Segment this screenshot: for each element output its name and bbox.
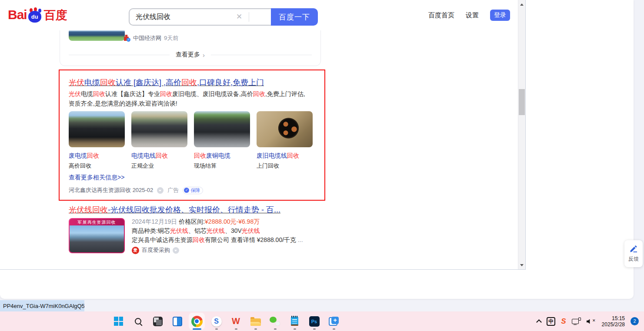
- clock-time: 15:15: [602, 315, 625, 321]
- clear-search-icon[interactable]: ✕: [235, 13, 244, 21]
- tray-notifications[interactable]: 2: [631, 317, 639, 325]
- wechat-icon: [270, 317, 280, 326]
- taskbar-photoshop[interactable]: Ps: [304, 311, 324, 331]
- running-indicator: [274, 328, 277, 330]
- taskbar-notepad[interactable]: [285, 311, 304, 331]
- running-indicator: [235, 328, 237, 330]
- guarantee-badge: ✓ 保障: [183, 187, 203, 194]
- result2-company-line: 定兴县中诚达再生资源回收有限公司 查看详情 ¥2888.00/千克 ...: [132, 236, 303, 244]
- baidu-aicaigou-icon: 爱: [132, 247, 139, 254]
- ad-thumbnail[interactable]: [257, 111, 313, 147]
- tray-show-hidden-icons[interactable]: [537, 318, 541, 324]
- sogou-icon: S: [211, 316, 222, 327]
- ad-thumbnail[interactable]: [194, 111, 250, 147]
- ad-label: 广告: [167, 186, 179, 194]
- result2-category-line: 商品种类:铜芯光伏线、铝芯光伏线、30V光伏线: [132, 227, 260, 235]
- taskbar-file-explorer[interactable]: [246, 311, 265, 331]
- taskbar: S W Ps + 中 S: [0, 311, 644, 331]
- tray-sogou[interactable]: S: [561, 317, 566, 326]
- ad-item-caption[interactable]: 回收废铜电缆: [194, 152, 230, 160]
- search-button[interactable]: 百度一下: [271, 8, 318, 26]
- tray-volume[interactable]: [587, 318, 596, 325]
- ad-item-subtitle: 高价回收: [69, 162, 91, 170]
- ime-chinese-icon: 中: [547, 317, 555, 326]
- running-indicator: [333, 328, 335, 330]
- ad-thumbnail[interactable]: [69, 111, 125, 147]
- page-scrollbar[interactable]: [518, 0, 525, 269]
- login-button[interactable]: 登录: [490, 10, 510, 21]
- nav-settings[interactable]: 设置: [466, 11, 479, 20]
- taskbar-new-window-app[interactable]: +: [324, 311, 344, 331]
- chrome-icon: [191, 316, 203, 327]
- taskbar-start-button[interactable]: [109, 311, 128, 331]
- notepad-icon: [291, 317, 298, 326]
- wps-icon: W: [232, 316, 240, 326]
- taskbar-chrome[interactable]: [187, 311, 207, 331]
- search-input[interactable]: [129, 8, 271, 26]
- chevron-right-icon: ›: [203, 51, 205, 59]
- ad-item-caption[interactable]: 废旧电缆线回收: [257, 152, 299, 160]
- windows-start-icon: [114, 317, 123, 326]
- ad-item-caption[interactable]: 电缆电线回收: [131, 152, 168, 160]
- notification-badge: 2: [631, 317, 639, 325]
- scroll-up-arrow[interactable]: [518, 1, 525, 8]
- network-icon: [572, 318, 581, 325]
- ad-item-caption[interactable]: 废电缆回收: [69, 152, 99, 160]
- ad-item-subtitle: 现场结算: [194, 162, 217, 170]
- taskbar-wps[interactable]: W: [226, 311, 246, 331]
- baidu-paw-icon: du: [28, 8, 43, 23]
- tray-clock[interactable]: 15:15 2025/2/28: [602, 315, 625, 328]
- ad-thumbnail[interactable]: [131, 111, 187, 147]
- page-content-frame: ✓ 中国经济网 9天前 查看更多 › 光伏电缆回收认准 [鑫庆达] ,高价回收,…: [0, 0, 526, 270]
- publish-time: 9天前: [164, 34, 178, 42]
- folder-icon: [250, 318, 261, 326]
- ad-result-description: 光伏电缆回收认准【鑫庆达】专业回收废旧电缆、废旧电缆设备,高价回收,免费上门评估…: [69, 89, 309, 108]
- search-header: Bai du 百度 ✕ 百度一下 百度首页 设置 登录: [0, 0, 518, 30]
- running-indicator: [215, 328, 218, 330]
- sogou-tray-icon: S: [561, 317, 566, 326]
- taskbar-sogou[interactable]: S: [207, 311, 226, 331]
- taskbar-panel-app[interactable]: [167, 311, 187, 331]
- thumbnail-photo: [70, 225, 124, 252]
- active-app-indicator: [193, 328, 201, 330]
- volume-muted-icon: [587, 318, 596, 325]
- running-indicator: [313, 328, 316, 330]
- feedback-button[interactable]: 反馈: [624, 240, 643, 267]
- scrollbar-thumb[interactable]: [519, 89, 525, 115]
- result-options-chevron-icon[interactable]: [173, 247, 179, 254]
- panel-app-icon: [173, 317, 182, 326]
- tray-ime-indicator[interactable]: 中: [547, 317, 555, 326]
- tray-network[interactable]: [572, 318, 581, 325]
- baidu-logo[interactable]: Bai du 百度: [8, 7, 67, 23]
- running-indicator: [294, 328, 296, 330]
- taskbar-photo-app[interactable]: [148, 311, 167, 331]
- pencil-icon: [629, 245, 638, 253]
- chevron-up-icon: [536, 319, 542, 325]
- running-indicator: [254, 328, 257, 330]
- result2-title[interactable]: 光伏线回收-光伏线回收批发价格、实时报价、行情走势 - 百...: [69, 205, 280, 215]
- clock-date: 2025/2/28: [602, 321, 625, 328]
- ad-result-title[interactable]: 光伏电缆回收认准 [鑫庆达] ,高价回收,口碑良好,免费上门: [69, 77, 264, 88]
- scroll-down-arrow[interactable]: [518, 261, 525, 268]
- result2-price-line: 2024年12月19日 价格区间:¥2888.00元-¥6.98万: [132, 218, 260, 226]
- result2-thumbnail[interactable]: 军展再生资源回收: [69, 218, 125, 253]
- see-more-link[interactable]: 查看更多 ›: [69, 51, 312, 59]
- ad-more-info-link[interactable]: 查看更多相关信息>>: [69, 174, 124, 182]
- ad-source-name: 河北鑫庆达再生资源回收 2025-02: [69, 186, 153, 194]
- result-options-chevron-icon[interactable]: [157, 187, 164, 194]
- check-icon: ✓: [184, 188, 189, 193]
- browser-window: ✓ 中国经济网 9天前 查看更多 › 光伏电缆回收认准 [鑫庆达] ,高价回收,…: [0, 0, 634, 299]
- photoshop-icon: Ps: [309, 316, 320, 327]
- thumbnail-banner: 军展再生资源回收: [70, 219, 124, 225]
- feedback-label: 反馈: [628, 255, 639, 263]
- taskbar-search[interactable]: [128, 311, 148, 331]
- taskbar-wechat[interactable]: [265, 311, 285, 331]
- new-window-plus-icon: +: [328, 316, 339, 327]
- ad-item-subtitle: 正规企业: [131, 162, 154, 170]
- source-name: 中国经济网: [133, 34, 161, 42]
- ad-item-subtitle: 上门回收: [257, 162, 279, 170]
- divider: [69, 55, 170, 55]
- window-title-tab[interactable]: PP4env_TGia-W7miK0nGAlgQ5...: [0, 300, 84, 311]
- baidu-aicaigou-label: 百度爱采购: [142, 246, 170, 254]
- nav-baidu-home[interactable]: 百度首页: [428, 11, 454, 20]
